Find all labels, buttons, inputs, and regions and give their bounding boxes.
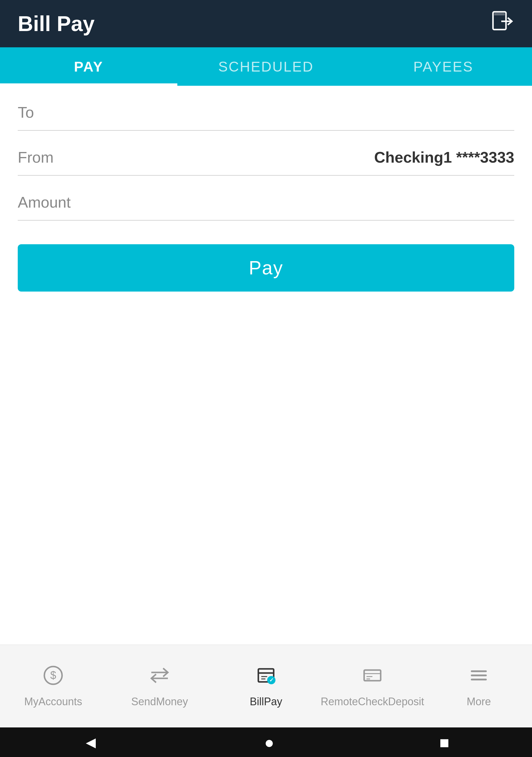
system-bar: ◄ ● ■ xyxy=(0,727,532,757)
form-area: To From Checking1 ****3333 Amount Pay xyxy=(0,86,532,645)
dollar-circle-icon: $ xyxy=(43,665,64,691)
nav-label-sendmoney: SendMoney xyxy=(131,695,188,708)
amount-label: Amount xyxy=(18,194,71,211)
tab-payees[interactable]: PAYEES xyxy=(355,47,532,86)
recent-button[interactable]: ■ xyxy=(439,733,450,752)
billpay-icon: ✓ xyxy=(255,665,277,691)
nav-label-more: More xyxy=(467,695,491,708)
pay-button[interactable]: Pay xyxy=(18,244,514,291)
amount-field[interactable]: Amount xyxy=(18,176,514,221)
svg-text:✓: ✓ xyxy=(269,677,274,683)
nav-item-remotecheckdeposit[interactable]: RemoteCheckDeposit xyxy=(319,665,426,708)
bottom-nav: $ MyAccounts SendMoney ✓ xyxy=(0,645,532,727)
tab-pay[interactable]: PAY xyxy=(0,47,177,86)
back-button[interactable]: ◄ xyxy=(82,733,99,752)
page-title: Bill Pay xyxy=(18,12,95,36)
menu-icon xyxy=(468,665,489,691)
nav-label-remotecheckdeposit: RemoteCheckDeposit xyxy=(321,695,424,708)
home-button[interactable]: ● xyxy=(264,733,274,752)
to-label: To xyxy=(18,104,34,121)
transfer-icon xyxy=(149,665,170,691)
check-deposit-icon xyxy=(362,665,383,691)
svg-rect-1 xyxy=(494,13,505,15)
tab-bar: PAY SCHEDULED PAYEES xyxy=(0,47,532,86)
nav-item-billpay[interactable]: ✓ BillPay xyxy=(213,665,319,708)
svg-text:$: $ xyxy=(50,669,56,681)
pay-button-container: Pay xyxy=(18,244,514,291)
logout-icon[interactable] xyxy=(490,10,514,38)
from-label: From xyxy=(18,148,53,166)
app-header: Bill Pay xyxy=(0,0,532,47)
nav-label-myaccounts: MyAccounts xyxy=(24,695,82,708)
nav-item-myaccounts[interactable]: $ MyAccounts xyxy=(0,665,106,708)
from-field[interactable]: From Checking1 ****3333 xyxy=(18,131,514,176)
nav-item-more[interactable]: More xyxy=(426,665,532,708)
to-field[interactable]: To xyxy=(18,86,514,131)
tab-scheduled[interactable]: SCHEDULED xyxy=(177,47,355,86)
from-value: Checking1 ****3333 xyxy=(374,148,514,166)
nav-label-billpay: BillPay xyxy=(250,695,282,708)
nav-item-sendmoney[interactable]: SendMoney xyxy=(106,665,213,708)
